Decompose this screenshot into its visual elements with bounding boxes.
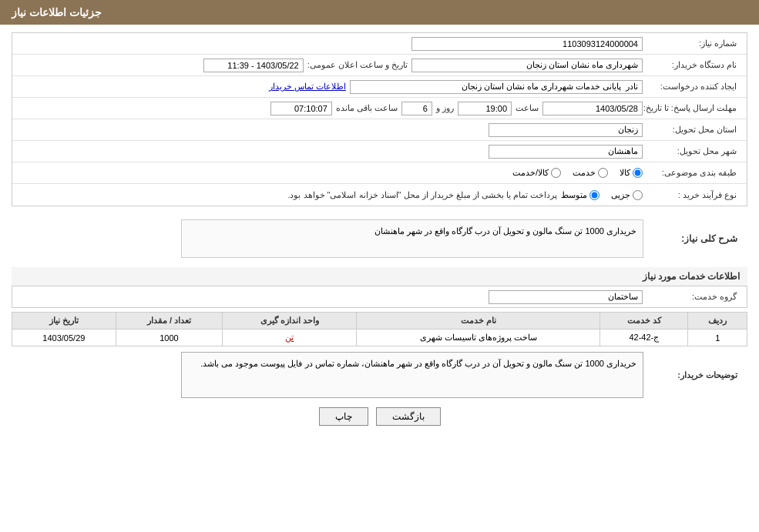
need-desc-label: شرح کلی نیاز: — [643, 233, 744, 244]
purchase-type-motavaset-text: متوسط — [561, 190, 587, 200]
category-kala-text: کالا — [620, 168, 630, 178]
buyer-desc-row: توضیحات خریدار: خریداری 1000 تن سنگ مالو… — [12, 350, 747, 400]
purchase-type-row: نوع فرآیند خرید : جزیی متوسط پرداخت تمام… — [12, 184, 747, 206]
remain-input[interactable] — [270, 102, 332, 115]
table-row: 1 ج-42-42 ساخت پروژه‌های تاسیسات شهری تن… — [12, 330, 747, 346]
province-row: استان محل تحویل: — [12, 119, 747, 141]
main-content: شماره نیاز: نام دستگاه خریدار: تاریخ و س… — [0, 25, 759, 441]
table-head: ردیف کد خدمت نام خدمت واحد اندازه گیری ت… — [12, 313, 747, 330]
buyer-org-value-cell: تاریخ و ساعت اعلان عمومی: — [16, 59, 643, 72]
cell-name: ساخت پروژه‌های تاسیسات شهری — [357, 330, 600, 346]
city-input[interactable] — [489, 145, 643, 159]
page-header: جزئیات اطلاعات نیاز — [0, 0, 759, 25]
buyer-org-input[interactable] — [411, 59, 643, 72]
deadline-time-input[interactable] — [458, 102, 512, 115]
province-input[interactable] — [489, 123, 643, 137]
deadline-row: مهلت ارسال پاسخ: تا تاریخ: ساعت روز و سا… — [12, 98, 747, 119]
days-input[interactable] — [401, 102, 432, 115]
purchase-type-label: نوع فرآیند خرید : — [643, 190, 743, 200]
services-table: ردیف کد خدمت نام خدمت واحد اندازه گیری ت… — [12, 312, 747, 346]
cell-row: 1 — [688, 330, 747, 346]
form-section: شماره نیاز: نام دستگاه خریدار: تاریخ و س… — [12, 32, 747, 206]
need-desc-row: شرح کلی نیاز: خریداری 1000 تن سنگ مالون … — [12, 214, 747, 263]
col-row: ردیف — [688, 313, 747, 330]
need-desc-box: خریداری 1000 تن سنگ مالون و تحویل آن درب… — [181, 219, 643, 258]
page-title: جزئیات اطلاعات نیاز — [12, 6, 102, 18]
service-group-input[interactable] — [489, 290, 643, 304]
category-kala-khedmat-text: کالا/خدمت — [512, 168, 549, 178]
buyer-desc-box: خریداری 1000 تن سنگ مالون و تحویل آن در … — [181, 352, 643, 398]
category-label: طبقه بندی موضوعی: — [643, 168, 743, 178]
table-body: 1 ج-42-42 ساخت پروژه‌های تاسیسات شهری تن… — [12, 330, 747, 346]
cell-date: 1403/05/29 — [12, 330, 116, 346]
deadline-value-cell: ساعت روز و ساعت باقی مانده — [16, 102, 643, 115]
purchase-type-jozii-text: جزیی — [611, 190, 630, 200]
city-label: شهر محل تحویل: — [643, 146, 743, 156]
purchase-type-jozii-label[interactable]: جزیی — [611, 190, 643, 200]
col-quantity: تعداد / مقدار — [116, 313, 223, 330]
province-label: استان محل تحویل: — [643, 125, 743, 135]
service-info-title: اطلاعات خدمات مورد نیاز — [12, 267, 747, 286]
category-kala-khedmat-radio[interactable] — [551, 168, 561, 178]
city-value-cell — [16, 145, 643, 159]
purchase-type-radio-group: جزیی متوسط — [561, 190, 643, 200]
service-group-value-cell — [16, 290, 643, 304]
category-kala-khedmat-label[interactable]: کالا/خدمت — [512, 168, 561, 178]
cell-code: ج-42-42 — [600, 330, 688, 346]
category-khedmat-radio[interactable] — [598, 168, 608, 178]
cell-unit[interactable]: تن — [223, 330, 357, 346]
deadline-label: مهلت ارسال پاسخ: تا تاریخ: — [643, 103, 743, 113]
deadline-time-label: ساعت — [516, 103, 539, 113]
purchase-type-motavaset-label[interactable]: متوسط — [561, 190, 599, 200]
col-date: تاریخ نیاز — [12, 313, 116, 330]
col-name: نام خدمت — [357, 313, 600, 330]
service-group-row: گروه خدمت: — [12, 286, 747, 308]
service-group-label: گروه خدمت: — [643, 292, 743, 302]
category-kala-radio[interactable] — [633, 168, 643, 178]
purchase-type-desc: پرداخت تمام یا بخشی از مبلغ خریدار از مح… — [287, 190, 557, 200]
creator-label: ایجاد کننده درخواست: — [643, 82, 743, 92]
purchase-type-jozii-radio[interactable] — [633, 190, 643, 200]
need-desc-value-cell: خریداری 1000 تن سنگ مالون و تحویل آن درب… — [15, 216, 643, 262]
category-radio-group: کالا خدمت کالا/خدمت — [512, 168, 643, 178]
table-header-row: ردیف کد خدمت نام خدمت واحد اندازه گیری ت… — [12, 313, 747, 330]
back-button[interactable]: بازگشت — [376, 407, 441, 426]
col-unit: واحد اندازه گیری — [223, 313, 357, 330]
city-row: شهر محل تحویل: — [12, 141, 747, 162]
announcement-date-label: تاریخ و ساعت اعلان عمومی: — [307, 60, 408, 70]
buyer-desc-value-cell: خریداری 1000 تن سنگ مالون و تحویل آن در … — [15, 352, 643, 398]
creator-value-cell: اطلاعات تماس خریدار — [16, 80, 643, 94]
col-code: کد خدمت — [600, 313, 688, 330]
announcement-date-input[interactable] — [203, 59, 304, 72]
buyer-org-row: نام دستگاه خریدار: تاریخ و ساعت اعلان عم… — [12, 55, 747, 76]
category-khedmat-label[interactable]: خدمت — [573, 168, 608, 178]
category-row: طبقه بندی موضوعی: کالا خدمت — [12, 162, 747, 184]
purchase-type-motavaset-radio[interactable] — [589, 190, 599, 200]
button-row: بازگشت چاپ — [12, 400, 747, 433]
services-table-section: ردیف کد خدمت نام خدمت واحد اندازه گیری ت… — [12, 312, 747, 346]
province-value-cell — [16, 123, 643, 137]
purchase-type-value-cell: جزیی متوسط پرداخت تمام یا بخشی از مبلغ خ… — [16, 190, 643, 200]
category-kala-label[interactable]: کالا — [620, 168, 643, 178]
cell-quantity: 1000 — [116, 330, 223, 346]
contact-info-link[interactable]: اطلاعات تماس خریدار — [269, 82, 346, 92]
category-khedmat-text: خدمت — [573, 168, 596, 178]
creator-row: ایجاد کننده درخواست: اطلاعات تماس خریدار — [12, 76, 747, 98]
buyer-org-label: نام دستگاه خریدار: — [643, 60, 743, 70]
need-number-label: شماره نیاز: — [643, 38, 743, 49]
deadline-date-input[interactable] — [542, 102, 643, 115]
days-label: روز و — [436, 103, 454, 113]
creator-input[interactable] — [350, 80, 643, 94]
remain-label: ساعت باقی مانده — [336, 103, 398, 113]
print-button[interactable]: چاپ — [319, 407, 368, 426]
category-value-cell: کالا خدمت کالا/خدمت — [16, 168, 643, 178]
need-number-input[interactable] — [411, 37, 643, 51]
buyer-desc-label: توضیحات خریدار: — [643, 370, 744, 380]
need-number-row: شماره نیاز: — [12, 33, 747, 55]
need-number-value-cell — [16, 37, 643, 51]
